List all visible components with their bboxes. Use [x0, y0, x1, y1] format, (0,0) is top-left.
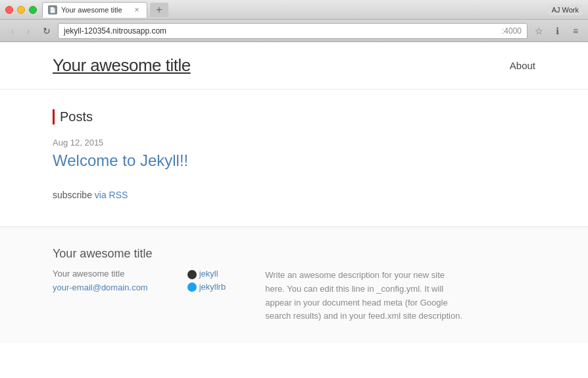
title-bar: 📄 Your awesome title × + AJ Work — [0, 0, 588, 20]
tab-favicon: 📄 — [48, 5, 57, 14]
browser-tab[interactable]: 📄 Your awesome title × — [42, 2, 147, 18]
footer-columns: Your awesome title your-email@domain.com… — [53, 269, 535, 323]
url-bar[interactable]: jekyll-120354.nitrousapp.com:4000 — [58, 23, 527, 39]
forward-button[interactable]: › — [21, 24, 36, 38]
address-bar: ‹ › ↻ jekyll-120354.nitrousapp.com:4000 … — [0, 20, 588, 42]
footer-email-link[interactable]: your-email@domain.com — [53, 283, 148, 292]
main-content: Posts Aug 12, 2015 Welcome to Jekyll!! s… — [0, 90, 588, 227]
browser-window: 📄 Your awesome title × + AJ Work ‹ › ↻ j… — [0, 0, 588, 378]
twitter-label: jekyllrb — [199, 282, 226, 292]
github-link[interactable]: jekyll — [187, 269, 226, 279]
url-port: :4000 — [502, 26, 522, 36]
nav-about-link[interactable]: About — [510, 60, 535, 71]
url-text: jekyll-120354.nitrousapp.com — [64, 26, 502, 36]
footer-col1-name: Your awesome title — [53, 269, 148, 279]
github-label: jekyll — [199, 269, 218, 279]
rss-link[interactable]: via RSS — [95, 190, 128, 200]
page-content: Your awesome title About Posts Aug 12, 2… — [0, 42, 588, 378]
info-button[interactable]: ℹ — [550, 24, 564, 38]
site-footer: Your awesome title Your awesome title yo… — [0, 227, 588, 343]
twitter-icon — [187, 283, 197, 292]
footer-description: Write an awesome description for your ne… — [265, 269, 462, 323]
bookmark-button[interactable]: ☆ — [531, 24, 546, 38]
post-date: Aug 12, 2015 — [53, 138, 535, 148]
footer-title: Your awesome title — [53, 247, 535, 261]
twitter-link[interactable]: jekyllrb — [187, 282, 226, 292]
menu-button[interactable]: ≡ — [568, 24, 583, 38]
subscribe-line: subscribe via RSS — [53, 190, 535, 200]
site-nav: About — [510, 60, 535, 72]
tab-area: 📄 Your awesome title × + — [42, 2, 548, 18]
github-icon — [187, 270, 197, 279]
footer-col-1: Your awesome title your-email@domain.com — [53, 269, 148, 323]
refresh-button[interactable]: ↻ — [39, 24, 54, 38]
new-tab-button[interactable]: + — [150, 3, 168, 17]
traffic-lights — [5, 6, 37, 14]
nav-buttons: ‹ › — [5, 24, 36, 38]
back-button[interactable]: ‹ — [5, 24, 20, 38]
minimize-button[interactable] — [17, 6, 25, 14]
footer-col-2: jekyll jekyllrb — [187, 269, 226, 323]
site-title[interactable]: Your awesome title — [53, 55, 191, 76]
post-link[interactable]: Welcome to Jekyll!! — [53, 151, 188, 169]
title-bar-right: AJ Work — [548, 5, 583, 15]
user-menu[interactable]: AJ Work — [548, 5, 583, 15]
maximize-button[interactable] — [29, 6, 37, 14]
close-button[interactable] — [5, 6, 13, 14]
tab-close-button[interactable]: × — [132, 5, 141, 14]
tab-title: Your awesome title — [61, 6, 128, 14]
posts-heading: Posts — [53, 109, 535, 124]
post-item: Aug 12, 2015 Welcome to Jekyll!! — [53, 138, 535, 170]
site-header: Your awesome title About — [0, 42, 588, 90]
subscribe-text: subscribe — [53, 190, 95, 200]
